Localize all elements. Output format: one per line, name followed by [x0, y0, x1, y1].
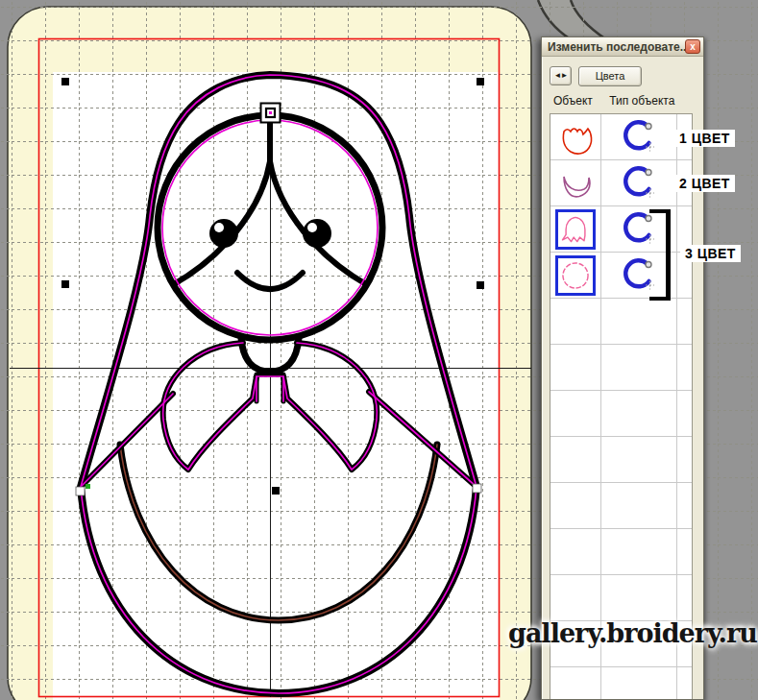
circle-outline-icon: [558, 258, 593, 293]
panel-toolbar: ◄► Цвета: [550, 66, 642, 87]
collar-outline-icon: [556, 164, 595, 203]
handle-top-right[interactable]: [477, 78, 484, 85]
colors-button[interactable]: Цвета: [578, 66, 642, 86]
node-left[interactable]: [76, 487, 85, 495]
annotation-color-3: 3 ЦВЕТ: [680, 245, 741, 262]
node-start-green[interactable]: [86, 484, 90, 489]
column-divider: [676, 114, 677, 699]
column-header-type: Тип объекта: [609, 94, 674, 108]
handle-mid-left[interactable]: [61, 280, 69, 288]
nav-arrows-button[interactable]: ◄►: [550, 66, 572, 85]
object-row-face[interactable]: [550, 114, 692, 160]
handle-top-left[interactable]: [61, 78, 69, 85]
close-icon[interactable]: x: [685, 39, 700, 54]
object-list[interactable]: [550, 113, 693, 699]
handle-center[interactable]: [272, 487, 280, 495]
annotation-bracket: [649, 209, 671, 301]
row-selection-box: [555, 255, 596, 296]
column-divider: [600, 114, 601, 699]
run-stitch-icon: [620, 164, 658, 203]
panel-titlebar[interactable]: Изменить последовате... x: [542, 37, 703, 57]
rotation-anchor[interactable]: [261, 104, 281, 123]
watermark: gallery.broidery.ru: [508, 618, 757, 648]
annotation-color-2: 2 ЦВЕТ: [674, 175, 735, 192]
column-header-object: Объект: [553, 94, 593, 108]
row-selection-box: [555, 209, 596, 250]
panel-title: Изменить последовате...: [548, 40, 690, 54]
face-outline-icon: [556, 118, 595, 157]
list-column-headers: Объект Тип объекта: [553, 94, 674, 108]
handle-mid-right[interactable]: [477, 281, 484, 289]
run-stitch-icon: [620, 118, 658, 157]
annotation-color-1: 1 ЦВЕТ: [674, 130, 735, 147]
scarf-outline-icon: [558, 212, 593, 247]
object-row-collar[interactable]: [550, 160, 692, 206]
node-right[interactable]: [473, 484, 481, 493]
app-window: Изменить последовате... x ◄► Цвета Объек…: [0, 0, 758, 700]
